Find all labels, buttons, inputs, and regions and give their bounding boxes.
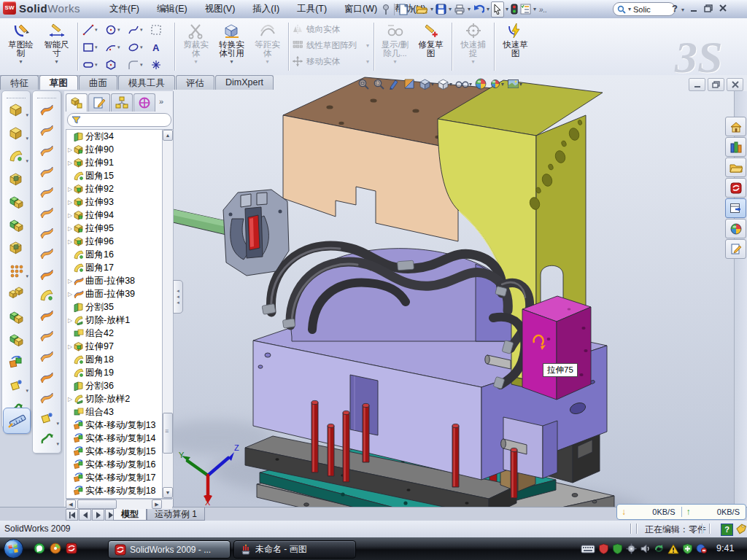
dropdown-caret-icon[interactable]: ▾ xyxy=(486,6,490,12)
move-entities-button[interactable]: 移动实体▾ xyxy=(292,55,371,68)
text-tool[interactable]: A xyxy=(149,39,171,56)
cad-model[interactable] xyxy=(173,75,747,507)
dropdown-caret-icon[interactable]: ▾ xyxy=(230,58,233,65)
dropdown-caret-icon[interactable]: ▾ xyxy=(140,62,143,68)
tree-item[interactable]: ▷曲面-拉伸38 xyxy=(66,274,163,287)
dropdown-caret-icon[interactable]: ▾ xyxy=(471,58,474,65)
solidworks-forum-button[interactable] xyxy=(725,178,746,198)
quicklaunch-messenger-icon[interactable] xyxy=(34,542,45,554)
dropdown-caret-icon[interactable]: ▾ xyxy=(26,388,28,394)
search-box[interactable]: ▾ Solic xyxy=(613,2,676,16)
file-explorer-button[interactable] xyxy=(725,158,746,177)
extruded-boss-button[interactable]: ▾ xyxy=(4,100,28,119)
toolbar-grip[interactable] xyxy=(7,93,26,98)
expand-arrow-icon[interactable]: ▷ xyxy=(66,199,74,206)
filled-surface-button[interactable] xyxy=(35,182,58,201)
circle-tool[interactable]: ▾ xyxy=(104,21,126,39)
menu-V[interactable]: 视图(V) xyxy=(196,1,244,18)
quick-tip-help-button[interactable]: ? xyxy=(721,524,733,536)
dropdown-caret-icon[interactable]: ▾ xyxy=(95,44,98,50)
planar-surface-button[interactable] xyxy=(35,203,58,222)
tree-item[interactable]: 分割36 xyxy=(66,379,163,392)
save-button[interactable] xyxy=(435,2,447,17)
split-body-button[interactable] xyxy=(4,307,28,326)
zoom-fit-button[interactable] xyxy=(357,77,371,91)
sketch-fillet-tool[interactable]: ▾ xyxy=(126,56,149,74)
expand-arrow-icon[interactable]: ▷ xyxy=(66,186,74,192)
tab-曲面[interactable]: 曲面 xyxy=(79,75,117,90)
dropdown-caret-icon[interactable]: ▾ xyxy=(266,58,268,65)
graphics-area[interactable] xyxy=(173,75,747,507)
display-delete-relations-button[interactable]: 显示/删 除几...▾ xyxy=(377,20,413,74)
move-copy-body-button[interactable] xyxy=(4,353,28,372)
draft-button[interactable] xyxy=(4,215,28,234)
view-orientation-button[interactable]: ▾ xyxy=(436,77,453,91)
help-caret-icon[interactable]: ▾ xyxy=(681,7,685,13)
propertymanager-tab[interactable] xyxy=(88,93,110,112)
featuremanager-tab[interactable] xyxy=(66,93,88,112)
dropdown-caret-icon[interactable]: ▾ xyxy=(519,81,522,88)
lofted-surface-button[interactable] xyxy=(35,162,58,181)
rapid-sketch-button[interactable]: 快速草 图 xyxy=(498,20,533,74)
nav-first-button[interactable] xyxy=(66,509,78,521)
pushpin-button[interactable] xyxy=(381,2,391,17)
appearances-button[interactable] xyxy=(474,77,487,91)
trim-entities-button[interactable]: 剪裁实 体▾ xyxy=(178,20,214,74)
expand-arrow-icon[interactable]: ▷ xyxy=(66,396,74,402)
expand-arrow-icon[interactable]: ▷ xyxy=(66,225,74,232)
help-button[interactable]: ? xyxy=(672,3,678,14)
dropdown-caret-icon[interactable]: ▾ xyxy=(56,421,59,427)
tree-item[interactable]: 分割34 xyxy=(66,130,163,143)
scroll-right-button[interactable]: ▶ xyxy=(152,499,162,509)
tree-item[interactable]: 实体-移动/复制13 xyxy=(66,419,163,432)
tray-alert-warning-icon[interactable] xyxy=(667,544,679,554)
dropdown-caret-icon[interactable]: ▾ xyxy=(467,6,471,12)
tree-item[interactable]: 实体-移动/复制15 xyxy=(66,445,163,458)
dropdown-caret-icon[interactable]: ▾ xyxy=(140,27,143,33)
tray-health-shield-icon[interactable] xyxy=(682,543,693,554)
pattern-button[interactable]: ▾ xyxy=(4,261,28,280)
quick-tips-button[interactable]: ».. xyxy=(538,2,549,17)
tray-sync-arrow-icon[interactable] xyxy=(654,543,665,554)
dropdown-caret-icon[interactable]: ▾ xyxy=(501,81,504,88)
fillet-button[interactable]: ▾ xyxy=(4,146,28,165)
tree-item[interactable]: ▷曲面-拉伸39 xyxy=(66,287,163,300)
quicklaunch-solidworks-icon[interactable] xyxy=(66,542,77,554)
hole-wizard-button[interactable] xyxy=(4,238,28,257)
knit-surface-button[interactable] xyxy=(35,346,58,365)
offset-surface-button[interactable] xyxy=(35,223,58,242)
tab-草图[interactable]: 草图 xyxy=(39,75,78,90)
dropdown-caret-icon[interactable]: ▾ xyxy=(19,58,22,65)
dropdown-caret-icon[interactable]: ▾ xyxy=(366,42,371,49)
tag-icon[interactable] xyxy=(735,523,747,534)
tab-特征[interactable]: 特征 xyxy=(0,75,39,90)
freeform-surface-button[interactable]: ▾ xyxy=(35,408,58,427)
surface-fillet-button[interactable] xyxy=(35,285,58,304)
new-document-button[interactable] xyxy=(398,2,409,17)
repair-sketch-button[interactable]: 修复草 图 xyxy=(413,20,449,74)
smart-dimension-button[interactable]: 智能尺 寸▾ xyxy=(39,20,74,74)
nav-next-button[interactable] xyxy=(92,509,104,521)
search-scope-caret-icon[interactable]: ▾ xyxy=(627,6,632,12)
dropdown-caret-icon[interactable]: ▾ xyxy=(140,44,143,50)
dropdown-caret-icon[interactable]: ▾ xyxy=(26,158,28,164)
tree-item[interactable]: 圆角17 xyxy=(66,261,163,274)
tree-item[interactable]: 实体-移动/复制16 xyxy=(66,458,163,471)
apply-scene-button[interactable]: ▾ xyxy=(506,77,523,91)
dropdown-caret-icon[interactable]: ▾ xyxy=(533,6,537,12)
dropdown-caret-icon[interactable]: ▾ xyxy=(505,6,509,12)
custom-properties-button[interactable] xyxy=(725,239,746,259)
menu-T[interactable]: 工具(T) xyxy=(288,1,336,18)
menu-W[interactable]: 窗口(W) xyxy=(336,1,386,18)
tree-item[interactable]: 圆角18 xyxy=(66,353,163,366)
tab-评估[interactable]: 评估 xyxy=(176,75,214,90)
expand-arrow-icon[interactable]: ▷ xyxy=(66,343,74,350)
tree-item[interactable]: ▷拉伸91 xyxy=(66,156,163,169)
shell-button[interactable] xyxy=(4,169,28,188)
tab-模具工具[interactable]: 模具工具 xyxy=(118,75,175,90)
tree-item[interactable]: 圆角15 xyxy=(66,169,163,182)
expand-arrow-icon[interactable]: ▷ xyxy=(66,160,74,166)
line-tool[interactable]: ▾ xyxy=(81,21,104,39)
tree-item[interactable]: 实体-移动/复制18 xyxy=(66,484,163,497)
tree-item[interactable]: ▷拉伸97 xyxy=(66,340,163,353)
